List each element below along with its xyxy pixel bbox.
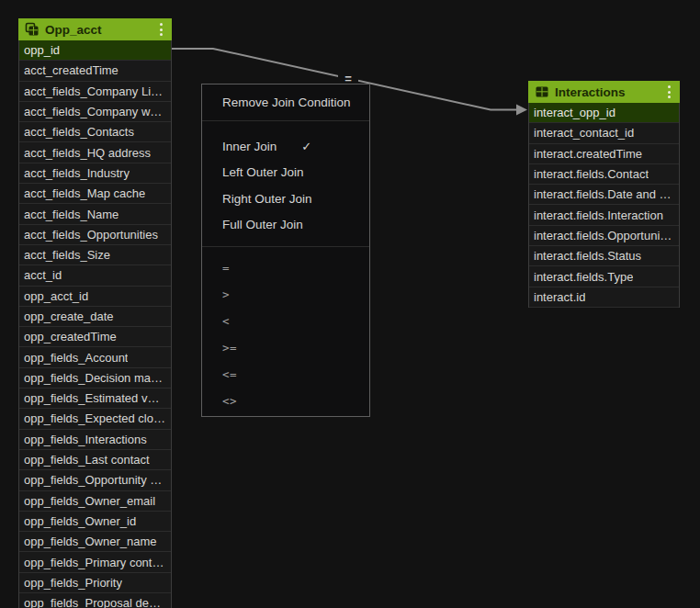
menu-item-join-type[interactable]: Full Outer Join [202,212,369,239]
field-name: interact.fields.Type [534,270,633,284]
arrowhead-icon [516,105,527,116]
join-type-group: Inner Join ✓ Left Outer Join Right Outer… [202,121,369,246]
field-row[interactable]: opp_fields_Interactions [19,430,171,450]
field-row[interactable]: opp_fields_Proposal de… [19,593,171,608]
field-name: acct_fields_Contacts [24,125,134,139]
field-row[interactable]: opp_fields_Opportunity … [19,470,171,490]
field-name: opp_id [24,43,60,57]
field-row[interactable]: acct_fields_HQ address [19,142,171,163]
field-name: opp_fields_Decision ma… [24,371,163,385]
field-row[interactable]: opp_fields_Account [19,347,171,367]
field-name: opp_fields_Proposal de… [24,596,161,608]
join-context-menu: Remove Join Condition Inner Join ✓ Left … [201,84,370,417]
field-name: interact.fields.Opportuni… [534,229,672,242]
field-name: acct_id [24,268,62,282]
field-row[interactable]: opp_acct_id [19,287,171,307]
field-name: opp_fields_Owner_email [24,494,155,508]
field-name: opp_fields_Owner_id [24,514,136,528]
menu-item-label: <> [222,394,237,408]
table-grid-icon [535,84,549,99]
menu-item-join-type[interactable]: Left Outer Join [202,160,369,186]
field-row[interactable]: opp_fields_Decision ma… [19,368,171,388]
field-row[interactable]: interact.fields.Status [529,246,679,266]
table-header-interactions[interactable]: Interactions [528,81,680,103]
menu-item-label: = [222,261,230,275]
field-name: opp_fields_Priority [24,576,122,590]
field-row[interactable]: opp_fields_Owner_name [19,532,171,552]
field-row[interactable]: acct_fields_Opportunities [19,225,171,245]
field-row[interactable]: opp_fields_Owner_email [19,491,171,512]
field-name: opp_fields_Estimated v… [24,391,159,405]
field-name: acct_fields_Industry [24,166,130,180]
menu-item-label: Full Outer Join [222,218,303,231]
menu-item-remove-join-condition[interactable]: Remove Join Condition [202,84,369,120]
menu-item-label: Inner Join [222,140,277,153]
field-row[interactable]: acct_id [19,265,171,286]
joined-tables-icon [25,22,40,37]
field-name: acct_fields_Company Li… [24,84,163,98]
field-row[interactable]: interact_contact_id [529,123,679,143]
field-row[interactable]: acct_createdTime [19,61,171,81]
field-row[interactable]: opp_fields_Owner_id [19,512,171,532]
field-name: acct_fields_Opportunities [24,228,158,242]
field-row[interactable]: interact.fields.Date and … [529,185,679,205]
menu-item-label: Right Outer Join [222,192,312,206]
field-row[interactable]: acct_fields_Company Li… [19,82,171,102]
menu-item-join-type[interactable]: Inner Join ✓ [202,133,369,160]
field-row[interactable]: interact.fields.Opportuni… [529,226,679,246]
menu-item-operator[interactable]: = [202,254,369,281]
field-name: interact.fields.Date and … [534,187,672,201]
field-name: interact_opp_id [534,106,615,119]
table-card-interactions: Interactions interact_opp_id interact_co… [528,81,680,308]
table-title: Opp_acct [45,23,102,37]
menu-item-operator[interactable]: >= [202,334,369,361]
checkmark-icon: ✓ [301,140,311,153]
menu-item-label: < [222,314,230,328]
field-row[interactable]: opp_create_date [19,307,171,327]
field-name: acct_fields_Size [24,248,110,262]
field-row[interactable]: interact.id [529,287,679,308]
field-row[interactable]: opp_fields_Priority [19,573,171,593]
menu-item-operator[interactable]: <= [202,361,369,388]
field-name: opp_create_date [24,310,114,323]
field-name: opp_createdTime [24,330,117,343]
field-name: opp_fields_Account [24,351,128,365]
menu-item-operator[interactable]: < [202,308,369,334]
menu-item-label: Left Outer Join [222,165,304,179]
field-name: interact.fields.Contact [534,167,649,181]
table-header-opp-acct[interactable]: Opp_acct [18,18,172,40]
field-row[interactable]: opp_fields_Last contact [19,450,171,470]
menu-item-join-type[interactable]: Right Outer Join [202,186,369,212]
field-row[interactable]: acct_fields_Industry [19,163,171,184]
field-name: opp_fields_Last contact [24,453,150,467]
field-row[interactable]: acct_fields_Name [19,204,171,224]
field-row[interactable]: opp_createdTime [19,327,171,347]
menu-item-label: >= [222,341,237,355]
field-row[interactable]: opp_fields_Estimated v… [19,388,171,409]
kebab-menu-icon[interactable] [665,84,673,100]
field-row[interactable]: opp_fields_Expected clo… [19,409,171,429]
field-row[interactable]: interact_opp_id [529,103,679,123]
field-name: interact.fields.Status [534,249,641,263]
field-name: opp_fields_Primary cont… [24,556,164,569]
field-row[interactable]: acct_fields_Map cache [19,184,171,204]
field-row[interactable]: interact.fields.Type [529,266,679,287]
field-row[interactable]: acct_fields_Contacts [19,122,171,142]
menu-item-label: > [222,287,230,301]
field-row[interactable]: acct_fields_Size [19,245,171,265]
field-name: acct_fields_Name [24,208,119,221]
field-name: interact.id [534,290,585,304]
menu-item-operator[interactable]: > [202,281,369,308]
kebab-menu-icon[interactable] [157,21,165,38]
field-row[interactable]: interact.fields.Interaction [529,205,679,225]
field-name: acct_createdTime [24,63,119,77]
operator-group: = > < >= <= <> [202,247,369,422]
table-title: Interactions [555,85,626,99]
field-name: opp_acct_id [24,289,88,303]
field-row[interactable]: opp_id [19,40,171,61]
field-row[interactable]: opp_fields_Primary cont… [19,552,171,572]
menu-item-operator[interactable]: <> [202,388,369,414]
field-row[interactable]: acct_fields_Company w… [19,102,171,122]
field-row[interactable]: interact.fields.Contact [529,164,679,185]
field-row[interactable]: interact.createdTime [529,144,679,164]
